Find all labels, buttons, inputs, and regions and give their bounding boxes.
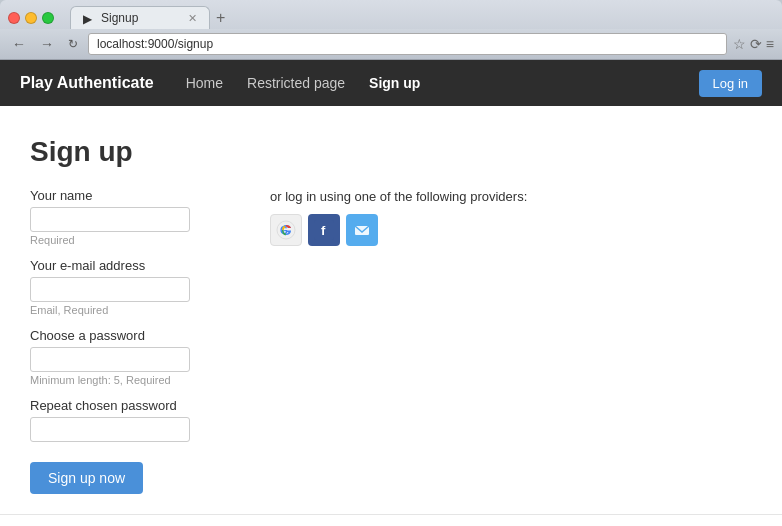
login-button[interactable]: Log in	[699, 70, 762, 97]
new-tab-button[interactable]: +	[210, 9, 231, 27]
name-field-group: Your name Required	[30, 188, 230, 246]
email-field-group: Your e-mail address Email, Required	[30, 258, 230, 316]
site-brand: Play Authenticate	[20, 60, 174, 106]
fullscreen-button[interactable]	[42, 12, 54, 24]
page-content: Sign up Your name Required Your e-mail a…	[0, 106, 782, 514]
bookmark-icon[interactable]: ☆	[733, 36, 746, 52]
signup-button[interactable]: Sign up now	[30, 462, 143, 494]
menu-icon[interactable]: ≡	[766, 36, 774, 52]
password-label: Choose a password	[30, 328, 230, 343]
email-hint: Email, Required	[30, 304, 230, 316]
tab-favicon: ▶	[83, 12, 95, 24]
twitter-login-button[interactable]	[346, 214, 378, 246]
repeat-password-input[interactable]	[30, 417, 190, 442]
nav-signup[interactable]: Sign up	[357, 61, 432, 105]
signup-form: Your name Required Your e-mail address E…	[30, 188, 230, 494]
name-hint: Required	[30, 234, 230, 246]
google-icon: G G	[276, 220, 296, 240]
svg-text:f: f	[321, 223, 326, 238]
address-bar[interactable]	[88, 33, 727, 55]
form-area: Your name Required Your e-mail address E…	[30, 188, 752, 494]
browser-titlebar: ▶ Signup ✕ +	[0, 0, 782, 29]
facebook-icon: f	[314, 220, 334, 240]
refresh-icon[interactable]: ⟳	[750, 36, 762, 52]
tab-close-icon[interactable]: ✕	[188, 12, 197, 25]
mail-icon	[352, 220, 372, 240]
nav-restricted[interactable]: Restricted page	[235, 61, 357, 105]
social-title: or log in using one of the following pro…	[270, 188, 752, 206]
page-title: Sign up	[30, 136, 752, 168]
site-navigation: Play Authenticate Home Restricted page S…	[0, 60, 782, 106]
repeat-label: Repeat chosen password	[30, 398, 230, 413]
tab-title: Signup	[101, 11, 182, 25]
traffic-lights	[8, 12, 54, 24]
facebook-login-button[interactable]: f	[308, 214, 340, 246]
nav-home[interactable]: Home	[174, 61, 235, 105]
toolbar-icons: ☆ ⟳ ≡	[733, 36, 774, 52]
social-icons: G G f	[270, 214, 752, 246]
email-label: Your e-mail address	[30, 258, 230, 273]
nav-links: Home Restricted page Sign up	[174, 61, 699, 105]
page-footer: © 2012 Play Authenticate. Licensed under…	[0, 514, 782, 526]
google-login-button[interactable]: G G	[270, 214, 302, 246]
email-input[interactable]	[30, 277, 190, 302]
password-hint: Minimum length: 5, Required	[30, 374, 230, 386]
minimize-button[interactable]	[25, 12, 37, 24]
name-input[interactable]	[30, 207, 190, 232]
social-login-area: or log in using one of the following pro…	[270, 188, 752, 494]
password-input[interactable]	[30, 347, 190, 372]
back-button[interactable]: ←	[8, 34, 30, 54]
password-field-group: Choose a password Minimum length: 5, Req…	[30, 328, 230, 386]
browser-chrome: ▶ Signup ✕ + ← → ↻ ☆ ⟳ ≡	[0, 0, 782, 60]
browser-toolbar: ← → ↻ ☆ ⟳ ≡	[0, 29, 782, 60]
active-tab[interactable]: ▶ Signup ✕	[70, 6, 210, 29]
refresh-button[interactable]: ↻	[64, 35, 82, 53]
tab-bar: ▶ Signup ✕ +	[70, 6, 231, 29]
close-button[interactable]	[8, 12, 20, 24]
forward-button[interactable]: →	[36, 34, 58, 54]
repeat-password-field-group: Repeat chosen password	[30, 398, 230, 442]
name-label: Your name	[30, 188, 230, 203]
